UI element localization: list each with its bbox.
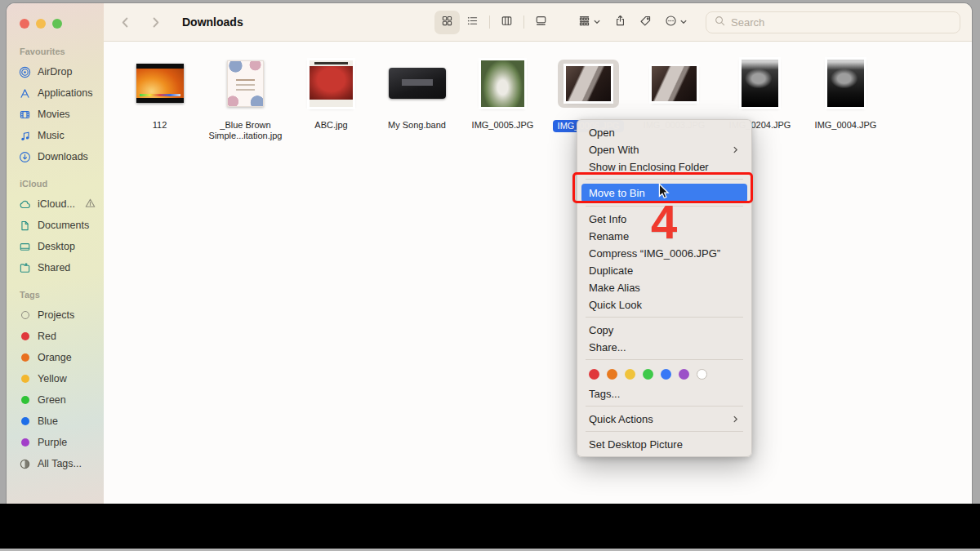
toolbar: Downloads bbox=[104, 3, 972, 42]
gallery-view-button[interactable] bbox=[528, 11, 554, 34]
file-name-label: _Blue Brown Simple...itation.jpg bbox=[209, 120, 283, 141]
letterbox-bar bbox=[0, 504, 980, 549]
file-112[interactable]: 112 bbox=[117, 51, 203, 131]
zoom-button[interactable] bbox=[52, 19, 62, 29]
tag-dot-icon bbox=[18, 353, 32, 362]
sidebar-item-shared[interactable]: Shared bbox=[18, 257, 104, 278]
gallery-view-icon bbox=[535, 15, 547, 30]
menu-item-label: Quick Actions bbox=[589, 413, 731, 425]
tag-dot-icon bbox=[18, 417, 32, 425]
close-button[interactable] bbox=[20, 19, 29, 29]
sidebar-item-label: iCloud... bbox=[38, 198, 75, 210]
sidebar-item-movies[interactable]: Movies bbox=[18, 104, 104, 125]
back-button[interactable] bbox=[118, 16, 132, 29]
document-icon bbox=[18, 220, 32, 232]
menu-item-duplicate[interactable]: Duplicate bbox=[577, 262, 751, 279]
sidebar-section-title: iCloud bbox=[20, 179, 104, 189]
file-grid: 112_Blue Brown Simple...itation.jpgABC.j… bbox=[117, 51, 889, 141]
menu-item-label: Compress “IMG_0006.JPG” bbox=[589, 247, 740, 260]
menu-item-label: Make Alias bbox=[589, 282, 740, 294]
sidebar-item-blue[interactable]: Blue bbox=[18, 411, 104, 432]
thumbnail-area bbox=[733, 51, 786, 116]
menu-separator bbox=[586, 406, 743, 407]
menu-item-share[interactable]: Share... bbox=[577, 339, 751, 356]
thumbnail-area bbox=[219, 51, 272, 116]
more-button[interactable] bbox=[665, 15, 688, 30]
group-button[interactable] bbox=[578, 15, 601, 30]
tag-color-3878f6[interactable] bbox=[661, 369, 671, 380]
menu-item-tags[interactable]: Tags... bbox=[577, 385, 751, 402]
movies-icon bbox=[18, 109, 32, 121]
share-button[interactable] bbox=[614, 15, 626, 30]
thumbnail bbox=[473, 54, 532, 113]
file-img-0004-jpg[interactable]: IMG_0004.JPG bbox=[803, 51, 889, 131]
menu-item-set-desktop-picture[interactable]: Set Desktop Picture bbox=[577, 436, 751, 453]
sidebar-item-projects[interactable]: Projects bbox=[18, 304, 104, 326]
sidebar-item-all-tags[interactable]: All Tags... bbox=[18, 453, 104, 474]
sidebar-item-downloads[interactable]: Downloads bbox=[18, 146, 104, 167]
sidebar-item-yellow[interactable]: Yellow bbox=[18, 368, 104, 389]
menu-item-label: Set Desktop Picture bbox=[589, 438, 740, 451]
more-icon bbox=[665, 15, 677, 30]
menu-item-make-alias[interactable]: Make Alias bbox=[577, 279, 751, 296]
sidebar-item-applications[interactable]: Applications bbox=[18, 82, 104, 104]
menu-item-copy[interactable]: Copy bbox=[577, 322, 751, 339]
invitation-thumbnail-image bbox=[227, 60, 264, 107]
sidebar-item-music[interactable]: Music bbox=[18, 125, 104, 146]
sidebar-item-label: All Tags... bbox=[38, 458, 82, 469]
tag-color-f0c33c[interactable] bbox=[625, 369, 635, 380]
sidebar-item-green[interactable]: Green bbox=[18, 389, 104, 411]
tag-color-9c50c8[interactable] bbox=[679, 369, 689, 380]
window-controls bbox=[20, 19, 104, 29]
thumbnail-area bbox=[301, 51, 361, 116]
tag-color-none[interactable] bbox=[697, 369, 707, 380]
forward-button[interactable] bbox=[149, 16, 163, 29]
sidebar-item-label: Applications bbox=[38, 87, 92, 99]
thumbnail bbox=[381, 61, 454, 105]
sidebar-item-label: Music bbox=[38, 130, 65, 141]
sidebar-item-documents[interactable]: Documents bbox=[18, 215, 104, 236]
sidebar-item-label: Purple bbox=[38, 437, 67, 448]
search-input[interactable] bbox=[731, 16, 952, 29]
thumbnail bbox=[644, 60, 705, 108]
sidebar-section-title: Favourites bbox=[20, 47, 104, 56]
tag-color-e8791f[interactable] bbox=[607, 369, 617, 380]
file-abc-jpg[interactable]: ABC.jpg bbox=[288, 51, 374, 131]
grid-view-button[interactable] bbox=[434, 11, 460, 34]
sidebar-section-title: Tags bbox=[20, 290, 104, 300]
columns-view-button[interactable] bbox=[494, 11, 519, 34]
view-switcher bbox=[434, 11, 554, 34]
band-thumbnail-image bbox=[389, 68, 446, 99]
tag-color-3fc94a[interactable] bbox=[643, 369, 653, 380]
minimize-button[interactable] bbox=[36, 19, 46, 29]
mouse-cursor-icon bbox=[658, 183, 674, 201]
tag-button[interactable] bbox=[639, 15, 652, 30]
menu-item-open-with[interactable]: Open With bbox=[577, 141, 751, 158]
file-my-song-band[interactable]: My Song.band bbox=[374, 51, 460, 131]
sidebar-item-desktop[interactable]: Desktop bbox=[18, 236, 104, 257]
menu-separator bbox=[586, 317, 743, 318]
sidebar-item-red[interactable]: Red bbox=[18, 326, 104, 347]
file-blue-brown[interactable]: _Blue Brown Simple...itation.jpg bbox=[203, 51, 288, 141]
menu-item-quick-look[interactable]: Quick Look bbox=[577, 296, 751, 313]
sidebar-item-label: Documents bbox=[38, 220, 89, 231]
portrait-man-thumbnail-image bbox=[481, 60, 524, 107]
sidebar-item-airdrop[interactable]: AirDrop bbox=[18, 61, 104, 82]
menu-item-open[interactable]: Open bbox=[577, 124, 751, 141]
sidebar-item-purple[interactable]: Purple bbox=[18, 432, 104, 453]
tag-color-e0383c[interactable] bbox=[589, 369, 599, 380]
search-field[interactable] bbox=[706, 11, 960, 33]
dark-landscape-thumbnail-image bbox=[566, 66, 611, 101]
sidebar-item-icloud[interactable]: iCloud... bbox=[18, 193, 104, 215]
sidebar-item-label: Green bbox=[38, 394, 66, 406]
menu-item-quick-actions[interactable]: Quick Actions bbox=[577, 411, 751, 428]
window-title: Downloads bbox=[182, 16, 243, 29]
list-view-button[interactable] bbox=[460, 11, 485, 34]
sidebar-item-label: AirDrop bbox=[38, 66, 72, 78]
group-icon bbox=[578, 15, 590, 30]
menu-item-label: Quick Look bbox=[589, 299, 740, 311]
divider bbox=[489, 16, 490, 29]
sidebar-item-orange[interactable]: Orange bbox=[18, 347, 104, 368]
thumbnail-area bbox=[644, 51, 705, 116]
file-img-0005-jpg[interactable]: IMG_0005.JPG bbox=[460, 51, 546, 131]
